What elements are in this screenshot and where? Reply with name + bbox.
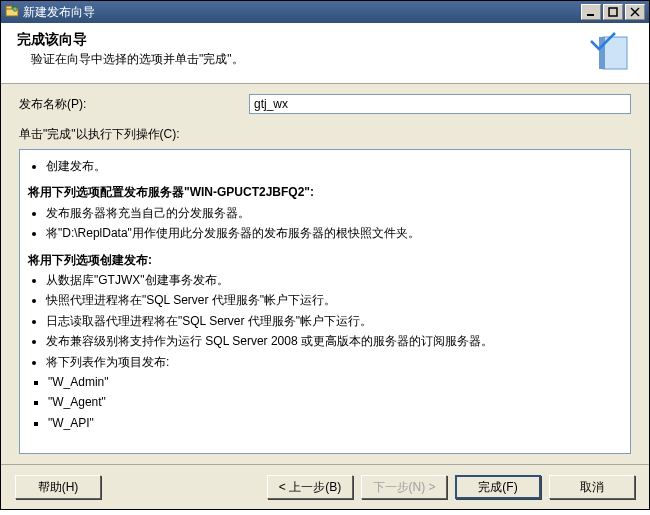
summary-box[interactable]: 创建发布。 将用下列选项配置发布服务器"WIN-GPUCT2JBFQ2": 发布… — [19, 149, 631, 454]
window-buttons — [581, 4, 645, 20]
cancel-button[interactable]: 取消 — [549, 475, 635, 499]
table-item: "W_Admin" — [48, 372, 622, 392]
page-subtitle: 验证在向导中选择的选项并单击"完成"。 — [17, 51, 589, 68]
config-heading: 将用下列选项配置发布服务器"WIN-GPUCT2JBFQ2": — [28, 182, 622, 202]
summary-item: 从数据库"GTJWX"创建事务发布。 — [46, 270, 622, 290]
svg-rect-8 — [599, 37, 605, 69]
maximize-button[interactable] — [603, 4, 623, 20]
close-button[interactable] — [625, 4, 645, 20]
window-title: 新建发布向导 — [23, 4, 95, 21]
svg-rect-4 — [609, 8, 617, 16]
summary-item: 创建发布。 — [46, 156, 622, 176]
finish-button[interactable]: 完成(F) — [455, 475, 541, 499]
publish-name-label: 发布名称(P): — [19, 96, 249, 113]
help-button[interactable]: 帮助(H) — [15, 475, 101, 499]
svg-point-2 — [13, 7, 17, 11]
app-icon — [5, 5, 19, 19]
instruction-label: 单击"完成"以执行下列操作(C): — [19, 126, 631, 143]
button-bar: 帮助(H) < 上一步(B) 下一步(N) > 完成(F) 取消 — [1, 464, 649, 509]
wizard-window: 新建发布向导 完成该向导 验证在向导中选择的选项并单击"完成"。 — [0, 0, 650, 510]
create-heading: 将用下列选项创建发布: — [28, 250, 622, 270]
summary-item: 快照代理进程将在"SQL Server 代理服务"帐户下运行。 — [46, 290, 622, 310]
body-panel: 发布名称(P): 单击"完成"以执行下列操作(C): 创建发布。 将用下列选项配… — [1, 84, 649, 464]
back-button[interactable]: < 上一步(B) — [267, 475, 353, 499]
header-panel: 完成该向导 验证在向导中选择的选项并单击"完成"。 — [1, 23, 649, 84]
titlebar: 新建发布向导 — [1, 1, 649, 23]
minimize-button[interactable] — [581, 4, 601, 20]
wizard-icon — [589, 31, 633, 75]
summary-item: 发布服务器将充当自己的分发服务器。 — [46, 203, 622, 223]
publish-name-input[interactable] — [249, 94, 631, 114]
summary-item: 日志读取器代理进程将在"SQL Server 代理服务"帐户下运行。 — [46, 311, 622, 331]
next-button: 下一步(N) > — [361, 475, 447, 499]
summary-item: 将"D:\ReplData"用作使用此分发服务器的发布服务器的根快照文件夹。 — [46, 223, 622, 243]
svg-rect-1 — [6, 6, 12, 9]
table-item: "W_API" — [48, 413, 622, 433]
summary-item: 将下列表作为项目发布: — [46, 352, 622, 372]
summary-item: 发布兼容级别将支持作为运行 SQL Server 2008 或更高版本的服务器的… — [46, 331, 622, 351]
table-item: "W_Agent" — [48, 392, 622, 412]
page-title: 完成该向导 — [17, 31, 589, 49]
